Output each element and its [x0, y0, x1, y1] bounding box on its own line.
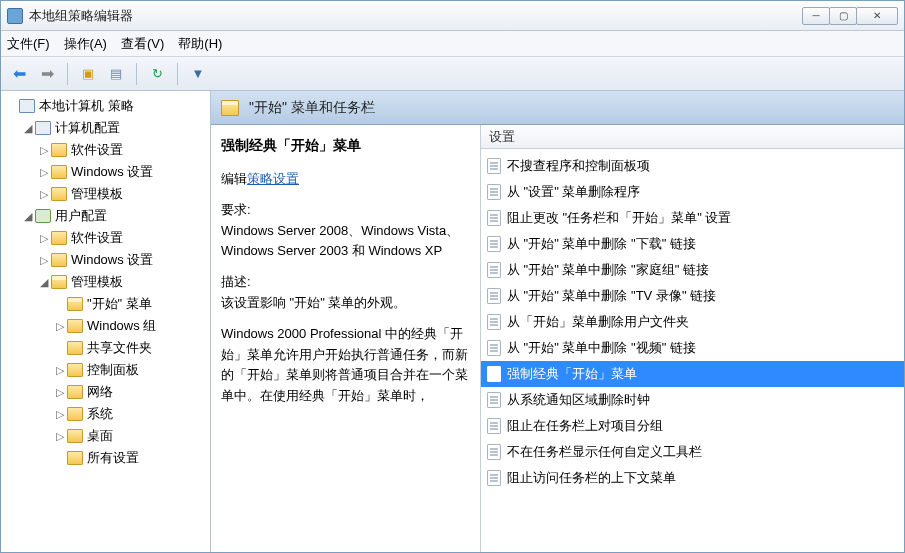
minimize-button[interactable]: ─	[802, 7, 830, 25]
list-item-label: 阻止在任务栏上对项目分组	[507, 417, 663, 435]
properties-button[interactable]: ▤	[104, 62, 128, 86]
tree-system[interactable]: ▷系统	[3, 403, 208, 425]
tree-root[interactable]: 本地计算机 策略	[3, 95, 208, 117]
policy-setting-icon	[487, 158, 501, 174]
tree-control-panel[interactable]: ▷控制面板	[3, 359, 208, 381]
tree-label: Windows 设置	[71, 251, 153, 269]
folder-icon	[67, 319, 83, 333]
tree-label: 软件设置	[71, 229, 123, 247]
policy-setting-icon	[487, 444, 501, 460]
tree-network[interactable]: ▷网络	[3, 381, 208, 403]
refresh-button[interactable]: ↻	[145, 62, 169, 86]
list-item[interactable]: 从「开始」菜单删除用户文件夹	[481, 309, 904, 335]
policy-setting-icon	[487, 366, 501, 382]
toolbar: ⬅ ➡ ▣ ▤ ↻ ▼	[1, 57, 904, 91]
titlebar: 本地组策略编辑器 ─ ▢ ✕	[1, 1, 904, 31]
collapse-icon[interactable]: ◢	[37, 276, 51, 289]
tree-shared-folders[interactable]: 共享文件夹	[3, 337, 208, 359]
folder-open-icon	[221, 100, 239, 116]
tree-comp-windows[interactable]: ▷Windows 设置	[3, 161, 208, 183]
up-button[interactable]: ▣	[76, 62, 100, 86]
menu-action[interactable]: 操作(A)	[64, 35, 107, 53]
edit-policy-link[interactable]: 策略设置	[247, 171, 299, 186]
filter-button[interactable]: ▼	[186, 62, 210, 86]
folder-icon	[51, 231, 67, 245]
tree-label: 本地计算机 策略	[39, 97, 134, 115]
list-item[interactable]: 从系统通知区域删除时钟	[481, 387, 904, 413]
expand-icon[interactable]: ▷	[37, 188, 51, 201]
list-item-label: 从 "开始" 菜单中删除 "家庭组" 链接	[507, 261, 709, 279]
folder-icon	[67, 385, 83, 399]
tree-desktop[interactable]: ▷桌面	[3, 425, 208, 447]
tree-user-admin[interactable]: ◢管理模板	[3, 271, 208, 293]
folder-open-icon	[51, 275, 67, 289]
folder-icon	[67, 363, 83, 377]
menu-help[interactable]: 帮助(H)	[178, 35, 222, 53]
policy-setting-icon	[487, 314, 501, 330]
expand-icon[interactable]: ▷	[53, 430, 67, 443]
expand-icon[interactable]: ▷	[53, 408, 67, 421]
list-item[interactable]: 阻止在任务栏上对项目分组	[481, 413, 904, 439]
tree-user-software[interactable]: ▷软件设置	[3, 227, 208, 249]
tree-start-menu[interactable]: "开始" 菜单	[3, 293, 208, 315]
list-item[interactable]: 不搜查程序和控制面板项	[481, 153, 904, 179]
expand-icon[interactable]: ▷	[53, 364, 67, 377]
list-item[interactable]: 从 "开始" 菜单中删除 "视频" 链接	[481, 335, 904, 361]
nav-forward-button[interactable]: ➡	[35, 62, 59, 86]
menubar: 文件(F) 操作(A) 查看(V) 帮助(H)	[1, 31, 904, 57]
settings-list-pane: 设置 不搜查程序和控制面板项从 "设置" 菜单删除程序阻止更改 "任务栏和「开始…	[481, 125, 904, 552]
tree-label: Windows 组	[87, 317, 156, 335]
policy-setting-icon	[487, 262, 501, 278]
menu-view[interactable]: 查看(V)	[121, 35, 164, 53]
list-item-label: 不搜查程序和控制面板项	[507, 157, 650, 175]
tree-comp-software[interactable]: ▷软件设置	[3, 139, 208, 161]
policy-setting-icon	[487, 392, 501, 408]
list-item-label: 从「开始」菜单删除用户文件夹	[507, 313, 689, 331]
tree-windows-components[interactable]: ▷Windows 组	[3, 315, 208, 337]
detail-pane: 强制经典「开始」菜单 编辑策略设置 要求:Windows Server 2008…	[211, 125, 481, 552]
tree-comp-admin[interactable]: ▷管理模板	[3, 183, 208, 205]
list-item[interactable]: 从 "开始" 菜单中删除 "下载" 链接	[481, 231, 904, 257]
close-button[interactable]: ✕	[856, 7, 898, 25]
tree-all-settings[interactable]: 所有设置	[3, 447, 208, 469]
expand-icon[interactable]: ▷	[53, 320, 67, 333]
expand-icon[interactable]: ▷	[37, 232, 51, 245]
expand-icon[interactable]: ▷	[37, 254, 51, 267]
menu-file[interactable]: 文件(F)	[7, 35, 50, 53]
nav-back-button[interactable]: ⬅	[7, 62, 31, 86]
expand-icon[interactable]: ▷	[53, 386, 67, 399]
collapse-icon[interactable]: ◢	[21, 210, 35, 223]
list-item[interactable]: 从 "设置" 菜单删除程序	[481, 179, 904, 205]
tree-label: Windows 设置	[71, 163, 153, 181]
requirements-label: 要求:	[221, 202, 251, 217]
policy-setting-icon	[487, 236, 501, 252]
tree-user-config[interactable]: ◢用户配置	[3, 205, 208, 227]
list-column-header[interactable]: 设置	[481, 125, 904, 149]
maximize-button[interactable]: ▢	[829, 7, 857, 25]
refresh-icon: ↻	[152, 66, 163, 81]
list-item[interactable]: 阻止访问任务栏的上下文菜单	[481, 465, 904, 491]
list-item-label: 从 "开始" 菜单中删除 "视频" 链接	[507, 339, 696, 357]
policy-icon	[19, 99, 35, 113]
description-label: 描述:	[221, 274, 251, 289]
list-item[interactable]: 不在任务栏显示任何自定义工具栏	[481, 439, 904, 465]
tree-computer-config[interactable]: ◢计算机配置	[3, 117, 208, 139]
tree-label: 桌面	[87, 427, 113, 445]
expand-icon[interactable]: ▷	[37, 144, 51, 157]
tree-label: 管理模板	[71, 273, 123, 291]
list-item-label: 从系统通知区域删除时钟	[507, 391, 650, 409]
expand-icon[interactable]: ▷	[37, 166, 51, 179]
tree-label: 计算机配置	[55, 119, 120, 137]
tree-user-windows[interactable]: ▷Windows 设置	[3, 249, 208, 271]
list-item[interactable]: 阻止更改 "任务栏和「开始」菜单" 设置	[481, 205, 904, 231]
content-title: "开始" 菜单和任务栏	[249, 99, 375, 117]
list-item-label: 从 "开始" 菜单中删除 "TV 录像" 链接	[507, 287, 716, 305]
collapse-icon[interactable]: ◢	[21, 122, 35, 135]
list-item[interactable]: 强制经典「开始」菜单	[481, 361, 904, 387]
list-item[interactable]: 从 "开始" 菜单中删除 "家庭组" 链接	[481, 257, 904, 283]
list-item[interactable]: 从 "开始" 菜单中删除 "TV 录像" 链接	[481, 283, 904, 309]
policy-setting-icon	[487, 288, 501, 304]
tree-label: 软件设置	[71, 141, 123, 159]
requirements-text: Windows Server 2008、Windows Vista、Window…	[221, 223, 459, 259]
computer-icon	[35, 121, 51, 135]
